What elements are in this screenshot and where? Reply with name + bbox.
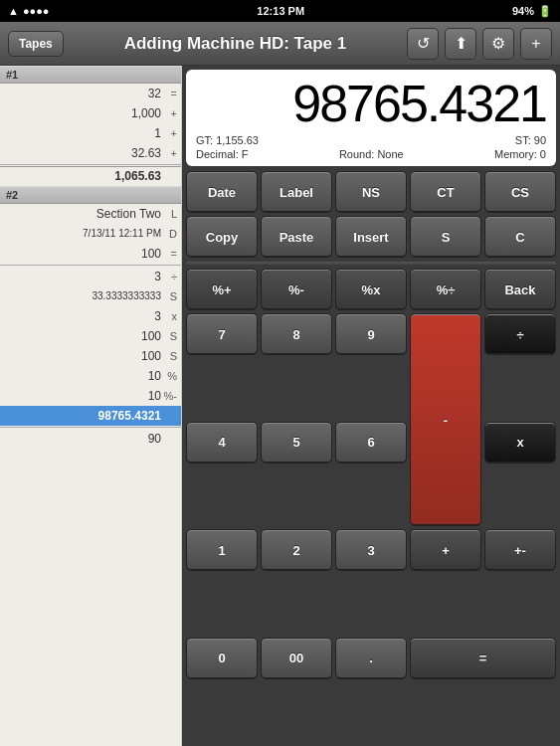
tape-row-highlighted: 98765.4321 [0,406,181,426]
top-bar: Tapes Adding Machine HD: Tape 1 ↺ ⬆ ⚙ + [0,22,560,66]
tape-row: 10 % [0,366,181,386]
display-number: 98765.4321 [196,76,546,132]
label-button[interactable]: Label [261,171,332,213]
btn-9[interactable]: 9 [335,313,407,355]
btn-dot[interactable]: . [335,638,407,679]
tape-total-row: 1,065.63 [0,166,181,186]
btn-x-right[interactable]: x [484,422,556,464]
btn-00[interactable]: 00 [261,638,332,679]
tape-row: 3 ÷ [0,267,181,286]
status-left: ▲ ●●●● [8,5,49,17]
button-row-3: %+ %- %x %÷ Back [186,269,556,310]
btn-equals-right[interactable]: = [410,638,556,679]
tape-section-2-header: #2 [0,186,181,204]
ns-button[interactable]: NS [335,171,407,213]
section-separator [186,262,556,265]
battery-pct: 94% [512,5,534,17]
btn-3[interactable]: 3 [335,529,407,571]
tape-panel[interactable]: #1 32 = 1,000 + 1 + 32.63 + 1,065.63 #2 … [0,66,182,746]
cs-button[interactable]: CS [484,171,556,213]
btn-4[interactable]: 4 [186,422,258,464]
tape-row: 3 x [0,306,181,326]
round-value: Round: None [339,148,404,160]
tape-divider [0,265,181,266]
numpad-area: 7 8 9 - ÷ 4 5 6 x 1 2 3 + +- 0 00 . = [186,313,556,742]
wifi-icon: ▲ [8,5,19,17]
tape-row: 90 [0,429,181,449]
tape-row: 100 = [0,244,181,264]
status-right: 94% 🔋 [512,5,552,18]
tape-row: 33.3333333333 S [0,286,181,306]
btn-8[interactable]: 8 [261,313,332,355]
percent-div-button[interactable]: %÷ [410,269,481,310]
st-value: ST: 90 [515,134,546,146]
add-button[interactable]: + [520,28,552,60]
btn-plusminus-right[interactable]: +- [484,529,556,571]
date-button[interactable]: Date [186,171,258,213]
calculator-panel: 98765.4321 GT: 1,155.63 ST: 90 Decimal: … [182,66,560,746]
paste-button[interactable]: Paste [261,216,332,258]
percent-x-button[interactable]: %x [335,269,407,310]
top-bar-actions: ↺ ⬆ ⚙ + [407,28,552,60]
tapes-button[interactable]: Tapes [8,31,64,57]
ct-button[interactable]: CT [410,171,481,213]
tape-row: Section Two L [0,204,181,224]
btn-2[interactable]: 2 [261,529,332,571]
tape-row: 1 + [0,123,181,143]
display-area: 98765.4321 GT: 1,155.63 ST: 90 Decimal: … [186,70,556,166]
percent-plus-button[interactable]: %+ [186,269,258,310]
tape-divider [0,427,181,428]
s-button[interactable]: S [410,216,481,258]
btn-div-right[interactable]: ÷ [484,313,556,355]
insert-button[interactable]: Insert [335,216,407,258]
share-button[interactable]: ⬆ [445,28,476,60]
tape-row: 7/13/11 12:11 PM D [0,224,181,244]
button-row-1: Date Label NS CT CS [186,171,556,213]
signal-icon: ●●●● [23,5,50,17]
display-meta2: Decimal: F Round: None Memory: 0 [196,148,546,160]
tape-row: 100 S [0,326,181,346]
btn-0[interactable]: 0 [186,638,258,679]
copy-button[interactable]: Copy [186,216,258,258]
tape-row: 1,000 + [0,103,181,123]
decimal-value: Decimal: F [196,148,249,160]
btn-7[interactable]: 7 [186,313,258,355]
tape-divider [0,164,181,165]
btn-1[interactable]: 1 [186,529,258,571]
c-button[interactable]: C [484,216,556,258]
btn-minus[interactable]: - [410,313,481,526]
display-meta: GT: 1,155.63 ST: 90 [196,134,546,146]
btn-5[interactable]: 5 [261,422,332,464]
btn-plus-right[interactable]: + [410,529,481,571]
status-bar: ▲ ●●●● 12:13 PM 94% 🔋 [0,0,560,22]
status-time: 12:13 PM [257,5,304,17]
percent-minus-button[interactable]: %- [261,269,332,310]
refresh-button[interactable]: ↺ [407,28,439,60]
settings-button[interactable]: ⚙ [482,28,514,60]
button-row-2: Copy Paste Insert S C [186,216,556,258]
tape-row: 32.63 + [0,143,181,163]
tape-row: 32 = [0,84,181,103]
tape-row: 100 S [0,346,181,366]
gt-value: GT: 1,155.63 [196,134,259,146]
main-layout: #1 32 = 1,000 + 1 + 32.63 + 1,065.63 #2 … [0,66,560,746]
battery-icon: 🔋 [538,5,552,18]
tape-section-1-header: #1 [0,66,181,84]
tape-row: 10 %- [0,386,181,406]
back-button[interactable]: Back [484,269,556,310]
app-title: Adding Machine HD: Tape 1 [124,34,347,54]
btn-6[interactable]: 6 [335,422,407,464]
memory-value: Memory: 0 [494,148,546,160]
